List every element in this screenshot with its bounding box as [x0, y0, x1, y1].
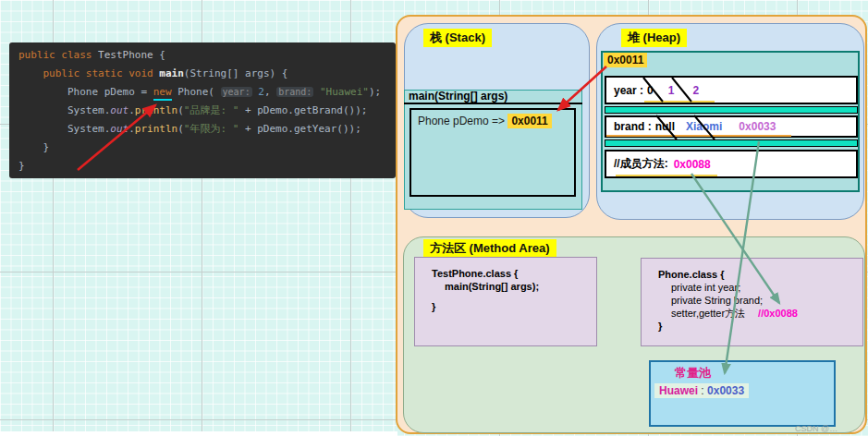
code-line: public static void main(String[] args) { — [18, 65, 396, 83]
code-line: System.out.println("品牌是: " + pDemo.getBr… — [18, 102, 396, 120]
phone-line-4: setter,getter方法//0x0088 — [658, 307, 862, 320]
phone-line-2: private int year; — [658, 281, 862, 294]
methods-value: 0x0088 — [674, 158, 711, 171]
testphone-class-box: TestPhone.class { main(String[] args); } — [414, 257, 597, 346]
heap-separator — [605, 139, 858, 147]
year-label: year : — [614, 84, 643, 97]
phone-line-3: private String brand; — [658, 294, 862, 307]
brand-value-2: 0x0033 — [739, 120, 776, 133]
heap-title: 堆 (Heap) — [621, 29, 687, 47]
phone-class-box: Phone.class { private int year; private … — [641, 258, 863, 346]
code-line: } — [18, 157, 396, 176]
stack-variable-value: 0x0011 — [507, 114, 551, 128]
constant-pool-title: 常量池 — [675, 365, 711, 382]
testphone-line-1: TestPhone.class { — [432, 267, 596, 280]
methods-underline — [616, 175, 717, 176]
code-editor-panel: public class TestPhone { public static v… — [9, 42, 396, 178]
stack-frame-title: main(String[] args) — [404, 90, 582, 104]
stack-variable: Phone pDemo => 0x0011 — [418, 115, 552, 127]
code-line: Phone pDemo = new Phone( year: 2, brand:… — [18, 83, 396, 102]
phone-line-5: } — [658, 320, 862, 333]
phone-methods-address: //0x0088 — [758, 308, 798, 319]
brand-underline — [606, 135, 791, 137]
heap-row-year: year : 0 1 2 — [605, 76, 858, 104]
phone-line-1: Phone.class { — [658, 268, 862, 281]
heap-object-address: 0x0011 — [604, 53, 647, 67]
code-line: } — [18, 139, 396, 157]
year-value-2: 2 — [692, 84, 699, 97]
code-line: public class TestPhone { — [18, 46, 396, 65]
testphone-line-2: main(String[] args); — [432, 280, 596, 293]
year-underline — [644, 101, 715, 103]
year-value-0: 0 — [647, 84, 654, 97]
testphone-line-3: } — [432, 300, 596, 313]
heap-separator — [605, 106, 858, 114]
stack-variable-label: Phone pDemo => — [418, 115, 507, 127]
constant-pool-entry-name: Huawei — [659, 384, 698, 397]
code-line: System.out.println("年限为: " + pDemo.getYe… — [18, 120, 396, 139]
watermark: CSDN @… — [795, 424, 837, 433]
constant-pool-entry-value: 0x0033 — [707, 384, 744, 397]
stack-title: 栈 (Stack) — [423, 29, 492, 47]
brand-value-1: Xiaomi — [686, 120, 722, 133]
year-value-1: 1 — [668, 84, 675, 97]
brand-label: brand : — [614, 120, 652, 133]
bottom-white-strip — [0, 431, 397, 436]
methods-label: //成员方法: — [614, 156, 668, 172]
brand-value-0: null — [655, 120, 675, 133]
method-area-title: 方法区 (Method Area) — [423, 239, 556, 258]
constant-pool-entry: Huawei : 0x0033 — [654, 383, 749, 398]
